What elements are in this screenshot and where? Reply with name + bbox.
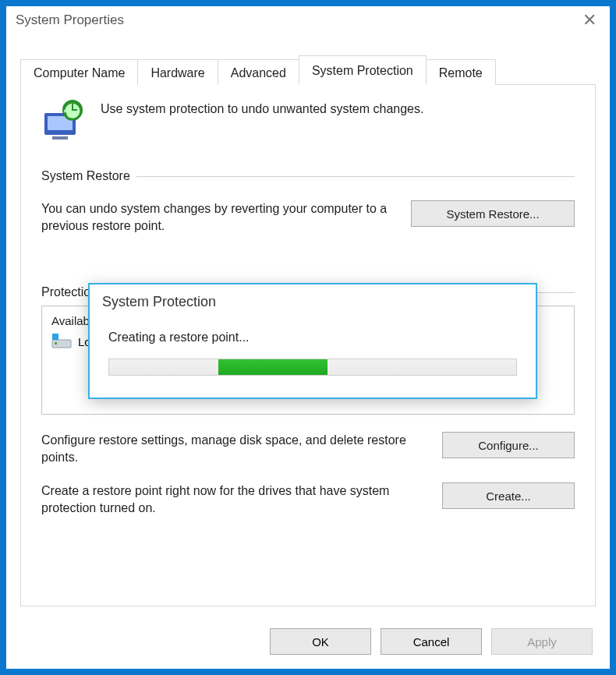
button-bar: OK Cancel Apply [6,628,610,655]
system-restore-row: You can undo system changes by reverting… [41,200,575,234]
system-restore-button[interactable]: System Restore... [411,200,575,227]
tab-hardware[interactable]: Hardware [137,59,218,85]
cancel-button[interactable]: Cancel [381,628,482,655]
create-row: Create a restore point right now for the… [41,482,575,516]
progress-bar [108,359,517,376]
system-properties-window: System Properties ✕ Computer Name Hardwa… [0,0,616,675]
tab-remote[interactable]: Remote [426,59,496,85]
configure-text: Configure restore settings, manage disk … [41,432,427,465]
system-restore-title: System Restore [41,169,130,183]
dialog-body: Creating a restore point... [90,318,536,398]
intro-row: Use system protection to undo unwanted s… [41,99,575,143]
system-restore-text: You can undo system changes by reverting… [41,200,395,234]
divider [136,176,575,177]
titlebar: System Properties ✕ [6,6,610,34]
system-protection-dialog: System Protection Creating a restore poi… [88,283,537,399]
create-button[interactable]: Create... [442,482,575,509]
system-restore-header: System Restore [41,169,575,183]
create-text: Create a restore point right now for the… [41,482,427,516]
dialog-status-text: Creating a restore point... [108,330,517,345]
svg-rect-6 [55,342,57,345]
configure-row: Configure restore settings, manage disk … [41,432,575,465]
dialog-title: System Protection [90,284,536,318]
tab-advanced[interactable]: Advanced [218,59,299,85]
configure-button[interactable]: Configure... [442,432,575,458]
apply-button: Apply [491,628,593,655]
system-protection-icon [41,99,85,143]
drive-icon [51,334,72,349]
tab-computer-name[interactable]: Computer Name [20,59,138,85]
progress-chunk [218,359,327,375]
svg-rect-5 [52,334,58,340]
svg-rect-2 [52,136,68,140]
close-icon[interactable]: ✕ [579,10,600,30]
tab-row: Computer Name Hardware Advanced System P… [20,53,596,84]
ok-button[interactable]: OK [270,628,371,655]
intro-text: Use system protection to undo unwanted s… [101,99,423,116]
tab-system-protection[interactable]: System Protection [299,55,427,85]
window-title: System Properties [16,12,124,28]
